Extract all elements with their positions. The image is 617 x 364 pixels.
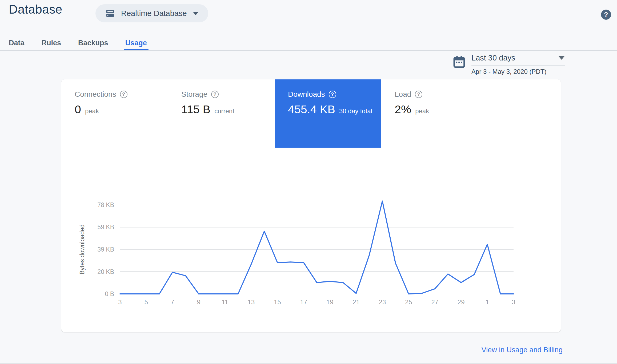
metric-tile-load[interactable]: Load ? 2% peak bbox=[381, 79, 488, 148]
tab-divider bbox=[0, 50, 617, 51]
svg-text:27: 27 bbox=[431, 298, 438, 306]
svg-text:5: 5 bbox=[145, 298, 148, 306]
svg-text:0 B: 0 B bbox=[105, 290, 114, 297]
tab-usage[interactable]: Usage bbox=[125, 36, 147, 50]
help-icon[interactable]: ? bbox=[211, 91, 219, 98]
svg-text:13: 13 bbox=[248, 298, 255, 306]
metric-label: Connections bbox=[75, 90, 116, 99]
metric-unit: current bbox=[214, 107, 234, 115]
svg-text:78 KB: 78 KB bbox=[97, 201, 114, 208]
help-button[interactable]: ? bbox=[601, 10, 611, 20]
svg-text:21: 21 bbox=[352, 298, 360, 306]
metric-label: Downloads bbox=[288, 90, 325, 99]
svg-text:19: 19 bbox=[326, 298, 334, 306]
calendar-icon bbox=[453, 55, 466, 70]
svg-text:Bytes downloaded: Bytes downloaded bbox=[79, 224, 86, 274]
metric-unit: peak bbox=[415, 107, 429, 115]
metric-tiles: Connections ? 0 peak Storage ? 115 B cur… bbox=[61, 79, 488, 148]
date-range-divider bbox=[471, 65, 565, 66]
page-title: Database bbox=[9, 2, 62, 17]
metric-label: Load bbox=[395, 90, 411, 99]
help-icon[interactable]: ? bbox=[415, 91, 422, 98]
chevron-down-icon bbox=[558, 56, 565, 60]
database-selector-dropdown[interactable]: Realtime Database bbox=[95, 4, 208, 22]
svg-text:29: 29 bbox=[458, 298, 465, 306]
svg-text:7: 7 bbox=[171, 298, 174, 306]
svg-text:1: 1 bbox=[486, 298, 489, 306]
svg-text:39 KB: 39 KB bbox=[97, 246, 114, 253]
svg-text:23: 23 bbox=[379, 298, 386, 306]
metric-value: 115 B bbox=[181, 103, 210, 116]
svg-text:25: 25 bbox=[405, 298, 412, 306]
tab-bar: Data Rules Backups Usage bbox=[9, 36, 147, 50]
metric-unit: peak bbox=[85, 107, 99, 115]
metric-unit: 30 day total bbox=[339, 107, 372, 115]
usage-card: Connections ? 0 peak Storage ? 115 B cur… bbox=[61, 79, 561, 332]
svg-text:59 KB: 59 KB bbox=[97, 224, 114, 230]
tab-backups[interactable]: Backups bbox=[78, 36, 108, 50]
help-icon: ? bbox=[604, 11, 608, 19]
svg-text:17: 17 bbox=[300, 298, 307, 306]
date-range-detail: Apr 3 - May 3, 2020 (PDT) bbox=[471, 68, 565, 75]
usage-line-chart: 0 B20 KB39 KB59 KB78 KBBytes downloaded3… bbox=[75, 194, 523, 311]
date-range-dropdown[interactable]: Last 30 days Apr 3 - May 3, 2020 (PDT) bbox=[471, 52, 565, 75]
svg-text:3: 3 bbox=[512, 298, 515, 306]
svg-text:3: 3 bbox=[118, 298, 122, 306]
svg-text:20 KB: 20 KB bbox=[97, 268, 114, 275]
metric-value: 455.4 KB bbox=[288, 103, 335, 116]
metric-value: 2% bbox=[395, 103, 411, 116]
view-usage-billing-link[interactable]: View in Usage and Billing bbox=[482, 346, 563, 354]
metric-value: 0 bbox=[75, 103, 81, 116]
database-selector-label: Realtime Database bbox=[121, 9, 187, 18]
database-icon bbox=[105, 8, 115, 18]
date-range-preset: Last 30 days bbox=[471, 54, 515, 62]
tab-rules[interactable]: Rules bbox=[42, 36, 61, 50]
metric-tile-connections[interactable]: Connections ? 0 peak bbox=[61, 79, 168, 148]
svg-text:9: 9 bbox=[197, 298, 201, 306]
help-icon[interactable]: ? bbox=[120, 91, 127, 98]
tab-data[interactable]: Data bbox=[9, 36, 25, 50]
svg-text:11: 11 bbox=[222, 298, 228, 306]
svg-text:15: 15 bbox=[274, 298, 281, 306]
metric-tile-downloads[interactable]: Downloads ? 455.4 KB 30 day total bbox=[275, 79, 381, 148]
help-icon[interactable]: ? bbox=[329, 91, 336, 98]
metric-label: Storage bbox=[181, 90, 207, 99]
chevron-down-icon bbox=[193, 12, 199, 15]
metric-tile-storage[interactable]: Storage ? 115 B current bbox=[168, 79, 275, 148]
